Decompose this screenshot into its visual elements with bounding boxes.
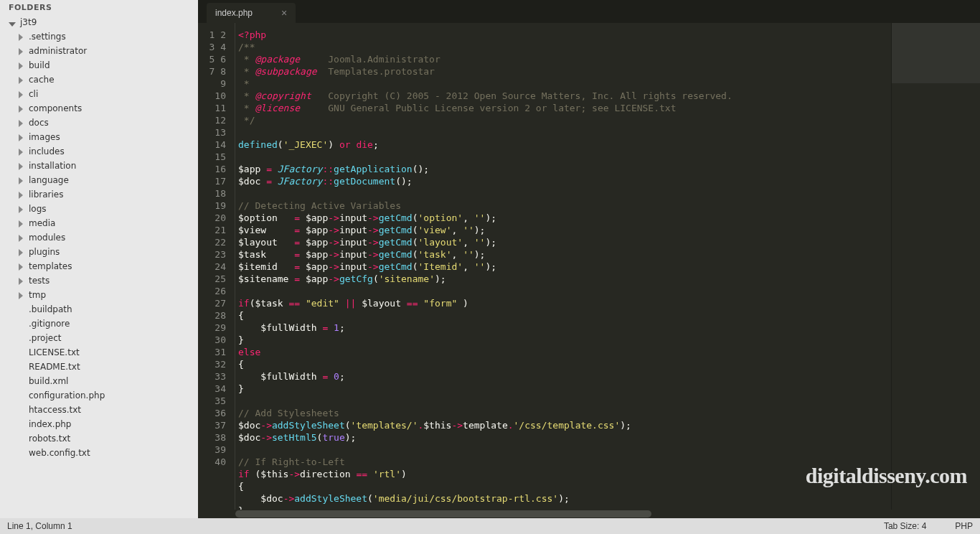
chevron-right-icon <box>17 205 26 213</box>
tree-label: images <box>29 132 60 142</box>
tree-label: administrator <box>29 46 87 56</box>
tree-label: installation <box>29 161 76 171</box>
tree-file[interactable]: LICENSE.txt <box>0 345 198 360</box>
sidebar-header: FOLDERS <box>0 0 198 15</box>
tree-label: templates <box>29 261 72 271</box>
chevron-right-icon <box>17 32 26 41</box>
folder-sidebar[interactable]: FOLDERS j3t9 .settingsadministratorbuild… <box>0 0 198 518</box>
tab-label: index.php <box>215 8 253 18</box>
minimap-viewport[interactable] <box>892 23 980 83</box>
tree-file[interactable]: web.config.txt <box>0 446 198 460</box>
code-editor[interactable]: <?php /** * @package Joomla.Administrato… <box>235 23 891 510</box>
chevron-right-icon <box>17 190 26 199</box>
chevron-right-icon <box>17 47 26 55</box>
tree-label: cli <box>29 89 38 99</box>
tree-file[interactable]: robots.txt <box>0 431 198 446</box>
tree-folder[interactable]: logs <box>0 202 198 216</box>
tree-file[interactable]: .project <box>0 331 198 345</box>
tree-label: plugins <box>29 247 60 257</box>
tree-folder[interactable]: modules <box>0 230 198 245</box>
tree-folder[interactable]: cache <box>0 72 198 87</box>
tree-folder[interactable]: images <box>0 130 198 144</box>
tree-label: media <box>29 218 55 228</box>
tree-file[interactable]: build.xml <box>0 374 198 388</box>
tree-file[interactable]: htaccess.txt <box>0 403 198 417</box>
tree-label: docs <box>29 118 49 128</box>
tree-label: LICENSE.txt <box>29 347 80 357</box>
tab-index-php[interactable]: index.php × <box>207 3 296 23</box>
watermark: digitaldisseny.com <box>806 464 967 488</box>
chevron-right-icon <box>17 176 26 184</box>
tree-folder[interactable]: .settings <box>0 29 198 44</box>
chevron-right-icon <box>17 276 26 285</box>
tree-folder[interactable]: templates <box>0 259 198 273</box>
tree-label: libraries <box>29 189 63 200</box>
tree-folder[interactable]: build <box>0 58 198 72</box>
chevron-right-icon <box>17 61 26 70</box>
tree-label: .project <box>29 333 61 343</box>
status-bar: Line 1, Column 1 Tab Size: 4 PHP <box>0 518 980 534</box>
chevron-right-icon <box>17 233 26 242</box>
chevron-right-icon <box>17 291 26 299</box>
tree-label: .gitignore <box>29 319 70 329</box>
tree-label: build.xml <box>29 376 68 386</box>
editor-area: index.php × 1 2 3 4 5 6 7 8 9 10 11 12 1… <box>198 0 980 518</box>
tree-label: tests <box>29 276 50 286</box>
tree-folder[interactable]: media <box>0 216 198 230</box>
tree-folder[interactable]: installation <box>0 159 198 173</box>
tree-label: j3t9 <box>20 17 37 27</box>
tree-label: README.txt <box>29 362 80 372</box>
tree-folder[interactable]: tests <box>0 273 198 288</box>
tree-folder[interactable]: cli <box>0 87 198 101</box>
status-tabsize[interactable]: Tab Size: 4 <box>884 521 926 531</box>
tree-label: web.config.txt <box>29 448 90 458</box>
chevron-right-icon <box>17 248 26 256</box>
tree-label: modules <box>29 233 65 243</box>
tree-label: htaccess.txt <box>29 405 81 415</box>
tree-folder[interactable]: docs <box>0 116 198 130</box>
chevron-right-icon <box>17 118 26 127</box>
tree-label: robots.txt <box>29 434 70 444</box>
chevron-right-icon <box>17 90 26 98</box>
tree-file[interactable]: index.php <box>0 417 198 431</box>
tree-file[interactable]: .buildpath <box>0 302 198 317</box>
tree-label: components <box>29 103 82 113</box>
tree-label: .buildpath <box>29 304 72 314</box>
tree-label: language <box>29 175 69 185</box>
tree-label: tmp <box>29 290 46 300</box>
chevron-down-icon <box>9 18 17 27</box>
tree-label: configuration.php <box>29 390 105 400</box>
tree-label: build <box>29 60 50 70</box>
tree-folder[interactable]: includes <box>0 144 198 159</box>
tree-label: cache <box>29 75 55 85</box>
line-gutter: 1 2 3 4 5 6 7 8 9 10 11 12 13 14 15 16 1… <box>198 23 235 510</box>
chevron-right-icon <box>17 262 26 271</box>
tree-label: includes <box>29 146 65 156</box>
tree-file[interactable]: .gitignore <box>0 317 198 331</box>
chevron-right-icon <box>17 75 26 84</box>
tree-file[interactable]: configuration.php <box>0 388 198 403</box>
tree-folder[interactable]: language <box>0 173 198 187</box>
chevron-right-icon <box>17 219 26 228</box>
chevron-right-icon <box>17 133 26 141</box>
minimap[interactable] <box>891 23 980 510</box>
tree-folder[interactable]: components <box>0 101 198 116</box>
status-cursor[interactable]: Line 1, Column 1 <box>7 521 72 531</box>
chevron-right-icon <box>17 161 26 170</box>
horizontal-scrollbar[interactable] <box>198 510 980 518</box>
tree-root[interactable]: j3t9 <box>0 15 198 29</box>
tab-bar: index.php × <box>198 0 980 23</box>
tree-folder[interactable]: plugins <box>0 245 198 259</box>
chevron-right-icon <box>17 104 26 113</box>
tree-label: .settings <box>29 32 66 42</box>
tree-file[interactable]: README.txt <box>0 360 198 374</box>
tree-label: index.php <box>29 419 71 429</box>
close-icon[interactable]: × <box>281 7 287 19</box>
scrollbar-thumb[interactable] <box>235 510 651 517</box>
chevron-right-icon <box>17 147 26 156</box>
tree-folder[interactable]: tmp <box>0 288 198 302</box>
tree-folder[interactable]: administrator <box>0 44 198 58</box>
tree-label: logs <box>29 204 47 214</box>
tree-folder[interactable]: libraries <box>0 187 198 202</box>
status-language[interactable]: PHP <box>955 521 973 531</box>
